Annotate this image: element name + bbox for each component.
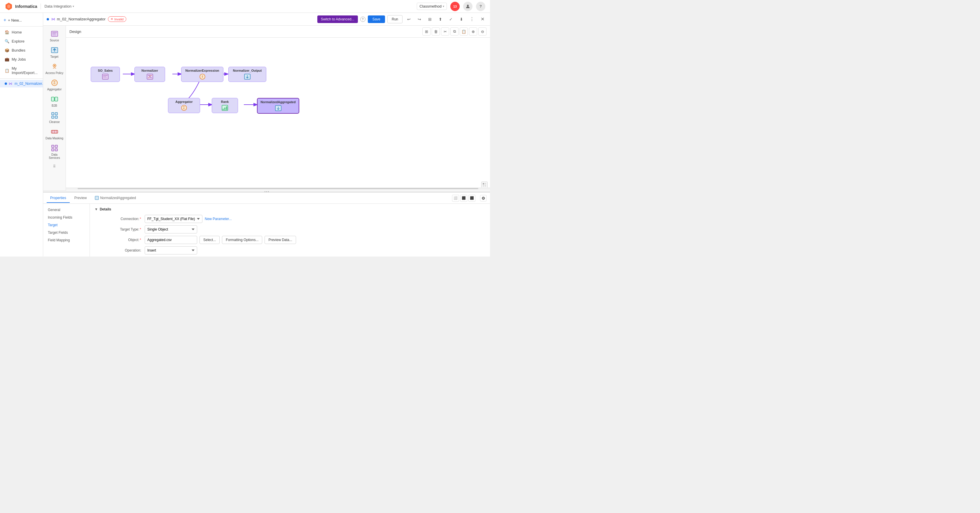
node-rank[interactable]: Rank: [212, 98, 238, 113]
export-button[interactable]: ⬆: [436, 15, 444, 23]
mapping-status-dot: [47, 18, 49, 21]
node-normalizer-expression[interactable]: NormalizerExpression f: [181, 67, 223, 82]
svg-rect-33: [103, 76, 107, 77]
connection-label: Connection:: [94, 217, 141, 221]
user-menu-button[interactable]: [463, 2, 473, 11]
svg-rect-17: [55, 116, 57, 118]
help-icon: ?: [479, 4, 482, 8]
sidebar-item-bundles[interactable]: 📦 Bundles: [0, 46, 43, 55]
module-name[interactable]: Data Integration ▾: [45, 4, 74, 8]
node-normalizer[interactable]: Normalizer: [134, 67, 165, 82]
sidebar-recent-mapping[interactable]: ⋈ m_02_Normalizer...: [0, 80, 43, 87]
connection-select[interactable]: FF_Tgt_Student_XX (Flat File): [145, 215, 202, 223]
node-so-sales[interactable]: SO_Sales: [91, 67, 120, 82]
prop-nav-target-fields[interactable]: Target Fields: [43, 229, 89, 237]
app-name: Informatica: [15, 4, 37, 9]
node-aggregator[interactable]: Aggregator Σ: [168, 98, 200, 113]
close-button[interactable]: ✕: [478, 15, 487, 23]
target-type-select[interactable]: Single Object: [145, 225, 197, 233]
palette-item-data-masking[interactable]: Data Masking: [45, 126, 65, 142]
palette-item-target[interactable]: Target: [45, 44, 65, 60]
normalizer-output-icon: [244, 73, 251, 80]
minimap-button[interactable]: [481, 182, 488, 188]
mapping-header: ⋈ m_02_NormalizerAggregator ✕ Invalid Sw…: [43, 13, 490, 25]
layout-split-button[interactable]: ⬛: [460, 195, 467, 202]
workspace-selector[interactable]: Classmethod ▾: [417, 3, 447, 10]
new-parameter-button[interactable]: New Parameter...: [205, 217, 232, 221]
properties-left-nav: General Incoming Fields Target Target Fi…: [43, 204, 90, 256]
add-transform-button[interactable]: ⊞: [426, 15, 434, 23]
layout-expand-button[interactable]: ⬜: [452, 195, 459, 202]
notifications-button[interactable]: 13: [450, 2, 460, 11]
sidebar-item-home[interactable]: 🏠 Home: [0, 28, 43, 37]
tab-properties[interactable]: Properties: [47, 194, 70, 203]
palette-item-cleanse[interactable]: Cleanse: [45, 110, 65, 125]
canvas-svg-area[interactable]: SO_Sales Normalizer: [66, 38, 490, 190]
preview-data-button[interactable]: Preview Data...: [264, 236, 296, 244]
sidebar-item-explore[interactable]: 🔍 Explore: [0, 37, 43, 46]
zoom-out-button[interactable]: ⊖: [478, 27, 487, 36]
palette-item-b2b[interactable]: B2B: [45, 93, 65, 109]
new-button[interactable]: + + New...: [0, 15, 43, 25]
more-options-button[interactable]: ⋮: [468, 15, 476, 23]
properties-content: General Incoming Fields Target Target Fi…: [43, 204, 490, 256]
layout-collapse-button[interactable]: ⬛: [468, 195, 476, 202]
svg-rect-46: [483, 183, 484, 184]
canvas-scrollbar[interactable]: [66, 187, 490, 190]
object-input[interactable]: [145, 236, 197, 244]
properties-grid: Connection: FF_Tgt_Student_XX (Flat File…: [94, 215, 485, 254]
switch-advanced-button[interactable]: Switch to Advanced...: [317, 16, 358, 23]
target-type-field: Single Object: [145, 225, 485, 233]
content-area: ⋈ m_02_NormalizerAggregator ✕ Invalid Sw…: [43, 13, 490, 256]
paste-button[interactable]: 📋: [460, 27, 468, 36]
validate-button[interactable]: ✓: [447, 15, 455, 23]
undo-button[interactable]: ↩: [405, 15, 413, 23]
grid-view-button[interactable]: ⊞: [422, 27, 431, 36]
copy-button[interactable]: ⧉: [450, 27, 458, 36]
palette-more-button[interactable]: ⠿: [51, 163, 58, 170]
aggregator-icon: Σ: [181, 105, 187, 111]
sidebar-item-my-jobs[interactable]: 💼 My Jobs: [0, 55, 43, 64]
palette-item-data-services[interactable]: Data Services: [45, 142, 65, 161]
select-button[interactable]: Select...: [199, 236, 220, 244]
operation-select[interactable]: Insert: [145, 246, 197, 254]
data-masking-palette-icon: [51, 128, 59, 136]
node-normalizer-output[interactable]: Normalizer_Output: [228, 67, 266, 82]
zoom-in-button[interactable]: ⊕: [469, 27, 477, 36]
sidebar: + + New... 🏠 Home 🔍 Explore 📦 Bundles 💼 …: [0, 13, 43, 256]
svg-point-9: [54, 65, 55, 66]
tab-preview[interactable]: Preview: [71, 194, 91, 203]
prop-nav-general[interactable]: General: [43, 206, 89, 214]
normalizer-expression-icon: f: [199, 73, 205, 80]
section-toggle-icon[interactable]: ▼: [94, 207, 98, 211]
b2b-palette-icon: [51, 95, 59, 103]
node-normalized-aggregated[interactable]: NormalizedAggregated: [257, 98, 299, 114]
svg-rect-43: [224, 108, 226, 110]
prop-nav-incoming-fields[interactable]: Incoming Fields: [43, 214, 89, 221]
svg-rect-32: [103, 75, 108, 76]
canvas-top-bar: Design ⊞ 🗑 ✂ ⧉ 📋 ⊕ ⊖: [66, 25, 490, 38]
user-icon: [466, 4, 470, 9]
settings-icon[interactable]: ⚙: [480, 195, 487, 202]
tab-normalized-aggregated[interactable]: NormalizedAggregated: [91, 194, 139, 203]
run-button[interactable]: Run: [387, 15, 402, 23]
delete-button[interactable]: 🗑: [432, 27, 440, 36]
nav-right: Classmethod ▾ 13 ?: [417, 2, 485, 11]
formatting-options-button[interactable]: Formatting Options...: [222, 236, 262, 244]
switch-help-icon[interactable]: ?: [360, 17, 366, 22]
sidebar-item-import-export[interactable]: 📋 My Import/Export...: [0, 64, 43, 77]
palette-item-source[interactable]: Source: [45, 28, 65, 44]
top-nav: Informatica Data Integration ▾ Classmeth…: [0, 0, 490, 13]
prop-nav-field-mapping[interactable]: Field Mapping: [43, 237, 89, 244]
redo-button[interactable]: ↪: [415, 15, 423, 23]
rank-icon: [222, 105, 228, 111]
import-button[interactable]: ⬇: [457, 15, 466, 23]
prop-nav-target[interactable]: Target: [43, 221, 89, 229]
palette-item-access-policy[interactable]: Access Policy: [45, 60, 65, 76]
cut-button[interactable]: ✂: [441, 27, 449, 36]
palette-item-aggregator[interactable]: Σ Aggregator: [45, 77, 65, 93]
connections-svg: [66, 38, 490, 190]
save-button[interactable]: Save: [368, 16, 385, 23]
help-button[interactable]: ?: [476, 2, 485, 11]
properties-main: ▼ Details Connection: FF_Tgt_Student_XX …: [90, 204, 490, 256]
